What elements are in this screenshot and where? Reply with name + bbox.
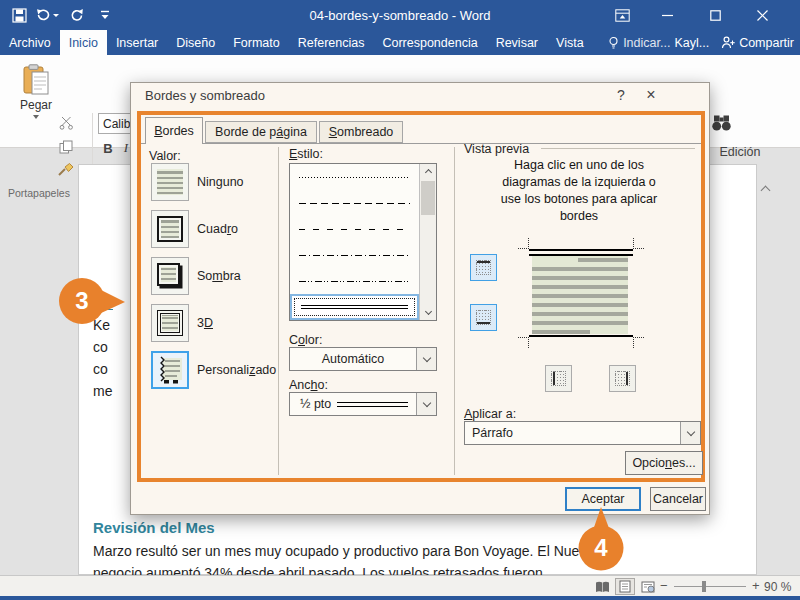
ribbon-display-options-icon[interactable] <box>608 6 636 24</box>
sombra-icon <box>151 257 189 295</box>
web-layout-icon[interactable] <box>638 578 658 595</box>
cut-icon[interactable] <box>56 115 76 131</box>
tab-vista[interactable]: Vista <box>547 30 593 55</box>
tab-archivo[interactable]: Archivo <box>0 30 60 55</box>
style-item-double[interactable] <box>290 294 419 320</box>
dialog-separator <box>454 147 455 475</box>
edit-group-button[interactable]: Edición <box>704 145 776 159</box>
style-item-dash-dot[interactable] <box>290 242 419 268</box>
ancho-line-sample <box>337 402 408 407</box>
scroll-up-icon[interactable] <box>420 164 436 180</box>
color-value: Automático <box>322 352 385 366</box>
preview-last-line-gap <box>590 325 628 334</box>
ancho-combo[interactable]: ½ pto <box>289 392 437 416</box>
style-item-dash-dot-dot[interactable] <box>290 268 419 294</box>
preview-corner-mark <box>633 238 644 249</box>
personalizado-icon <box>151 351 189 389</box>
valor-option-cuadro[interactable]: Cuadro <box>151 210 271 248</box>
tab-diseno[interactable]: Diseño <box>167 30 224 55</box>
estilo-listbox <box>289 163 437 321</box>
preview-bottom-border[interactable] <box>529 335 633 337</box>
title-bar: 04-bordes-y-sombreado - Word <box>0 0 800 30</box>
right-border-button[interactable] <box>609 365 636 392</box>
tab-correspondencia[interactable]: Correspondencia <box>373 30 486 55</box>
tab-revisar[interactable]: Revisar <box>487 30 547 55</box>
tab-inicio[interactable]: Inicio <box>60 30 107 55</box>
preview-first-line-indent <box>532 256 578 262</box>
zoom-slider-thumb[interactable] <box>702 581 706 592</box>
dialog-tab-baseline <box>141 143 701 144</box>
preview-instruction: Haga clic en uno de los diagramas de la … <box>464 157 694 225</box>
estilo-label: Estilo: <box>289 147 323 161</box>
zoom-in-button[interactable]: + <box>752 578 760 593</box>
aplicar-dropdown-icon[interactable] <box>680 422 700 444</box>
preview-paragraph-diagram[interactable] <box>532 256 628 334</box>
aplicar-combo[interactable]: Párrafo <box>464 421 701 445</box>
valor-option-personalizado[interactable]: Personalizado <box>151 351 271 389</box>
step-3-callout: 3 <box>57 276 129 326</box>
dialog-tab-borde-de-pagina[interactable]: Borde de página <box>205 121 317 143</box>
preview-top-double-border[interactable] <box>529 249 633 256</box>
opciones-button[interactable]: Opciones... <box>625 451 703 475</box>
paste-button[interactable]: Pegar <box>12 60 60 122</box>
read-mode-icon[interactable] <box>592 578 612 595</box>
style-item-dash-spaced[interactable] <box>290 216 419 242</box>
format-painter-icon[interactable] <box>54 161 76 177</box>
tell-me-box[interactable]: Indicar... <box>623 36 670 50</box>
clipboard-group-label: Portapapeles <box>8 187 70 199</box>
print-layout-icon[interactable] <box>615 578 635 595</box>
account-name[interactable]: Kayl... <box>674 36 709 50</box>
color-combo[interactable]: Automático <box>289 347 437 371</box>
dialog-close-button[interactable]: × <box>639 85 663 105</box>
find-binoculars-icon[interactable] <box>708 112 734 134</box>
scroll-thumb[interactable] <box>421 181 435 215</box>
3d-icon <box>151 304 189 342</box>
tab-insertar[interactable]: Insertar <box>107 30 167 55</box>
ancho-value: ½ pto <box>300 397 331 411</box>
aplicar-label: Aplicar a: <box>464 407 516 421</box>
color-label: Color: <box>289 333 322 347</box>
paste-dropdown-icon[interactable] <box>33 115 39 119</box>
close-button[interactable] <box>744 6 780 24</box>
style-item-dotted[interactable] <box>290 164 419 190</box>
doc-line-partial: me <box>93 383 112 399</box>
zoom-level[interactable]: 90 % <box>764 580 791 594</box>
vista-previa-rule <box>541 148 695 149</box>
preview-corner-mark <box>518 337 529 348</box>
share-button[interactable]: Compartir <box>739 36 794 50</box>
color-dropdown-icon[interactable] <box>416 348 436 370</box>
aplicar-value: Párrafo <box>472 426 513 440</box>
scroll-down-icon[interactable] <box>420 304 436 320</box>
svg-text:3: 3 <box>75 287 88 314</box>
ribbon-tab-bar: Archivo Inicio Insertar Diseño Formato R… <box>0 30 800 55</box>
share-person-icon <box>721 36 735 49</box>
tab-referencias[interactable]: Referencias <box>289 30 374 55</box>
bold-button[interactable]: B <box>100 139 116 157</box>
doc-heading-revision: Revisión del Mes <box>93 519 215 536</box>
valor-option-3d[interactable]: 3D <box>151 304 271 342</box>
tab-formato[interactable]: Formato <box>224 30 289 55</box>
dialog-help-button[interactable]: ? <box>609 85 633 105</box>
valor-option-ninguno[interactable]: Ninguno <box>151 163 271 201</box>
cancelar-button[interactable]: Cancelar <box>650 487 706 511</box>
borders-shading-dialog: Bordes y sombreado ? × Bordes Borde de p… <box>130 82 710 515</box>
collapse-ribbon-icon[interactable] <box>756 183 774 197</box>
dialog-tab-sombreado[interactable]: Sombreado <box>319 121 403 143</box>
dialog-tab-bordes[interactable]: Bordes <box>145 117 203 144</box>
cuadro-icon <box>151 210 189 248</box>
bottom-border-button[interactable] <box>470 304 497 331</box>
doc-paragraph-line1: Marzo resultó ser un mes muy ocupado y p… <box>93 543 594 559</box>
top-border-button[interactable] <box>470 254 497 281</box>
preview-corner-mark <box>518 238 529 249</box>
valor-option-sombra[interactable]: Sombra <box>151 257 271 295</box>
copy-icon[interactable] <box>56 139 76 155</box>
status-bar: − + 90 % <box>0 575 800 596</box>
zoom-slider-track[interactable] <box>674 586 746 587</box>
left-border-button[interactable] <box>545 365 572 392</box>
minimize-button[interactable] <box>652 6 682 24</box>
zoom-out-button[interactable]: − <box>660 578 668 593</box>
style-item-dashed[interactable] <box>290 190 419 216</box>
maximize-button[interactable] <box>700 6 730 24</box>
ancho-dropdown-icon[interactable] <box>416 393 436 415</box>
estilo-scrollbar[interactable] <box>419 164 436 320</box>
